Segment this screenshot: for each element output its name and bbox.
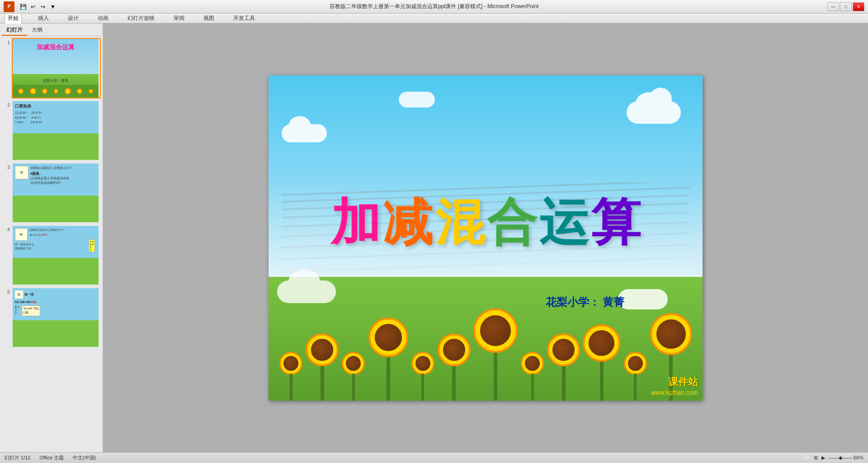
zoom-slider[interactable]: ——◆—— 66% — [829, 455, 863, 461]
list-item[interactable]: 5 练 练一练 60-38=40+62 6 022 "22+40" 可以口算 — [2, 287, 101, 348]
ribbon-tab-start[interactable]: 开始 — [5, 13, 22, 23]
thumb-image-4: 图 还剩幼儿园33只,还剩多少只? 38-42-33=47只 想一想还有什么,再… — [13, 226, 99, 285]
list-item[interactable]: 4 图 还剩幼儿园33只,还剩多少只? 38-42-33=47只 想一想还有什么… — [2, 225, 101, 285]
slides-tab[interactable]: 幻灯片 — [2, 25, 27, 36]
ribbon-tab-animation[interactable]: 动画 — [95, 14, 111, 23]
watermark-top-text: 课件站 — [651, 375, 698, 389]
thumb-image-1: 加减混合运算 花梨小学：黄菁 — [13, 39, 99, 98]
list-item[interactable]: 2 口算热身 12-416=20-6-5= 42-8+5=4+8-7= 7+91… — [2, 100, 101, 161]
ribbon-tab-dev[interactable]: 开发工具 — [231, 14, 258, 23]
cloud-1 — [627, 101, 681, 124]
ribbon-tab-review[interactable]: 审阅 — [171, 14, 187, 23]
redo-icon[interactable]: ↪ — [39, 3, 47, 11]
ribbon: 开始 插入 设计 动画 幻灯片放映 审阅 视图 开发工具 — [0, 14, 868, 23]
slide-number: 3 — [2, 164, 10, 170]
cloud-3 — [399, 92, 435, 108]
maximize-button[interactable]: □ — [840, 2, 852, 11]
slide-count-status: 幻灯片 1/12 — [5, 454, 30, 461]
title-char-2: 减 — [383, 189, 433, 257]
main-area: 幻灯片 大纲 1 加减混合运算 花梨小学：黄菁 — [0, 23, 868, 452]
sunflower-11 — [625, 353, 646, 401]
slide-number: 5 — [2, 289, 10, 295]
sunflower-decoration — [269, 280, 703, 400]
sunflower-4 — [370, 319, 406, 401]
ribbon-tab-view[interactable]: 视图 — [201, 14, 217, 23]
window-controls[interactable]: — □ ✕ — [827, 2, 864, 11]
sidebar-tab-bar: 幻灯片 大纲 — [2, 25, 101, 36]
ribbon-tab-design[interactable]: 设计 — [65, 14, 81, 23]
slideshow-view-icon[interactable]: ▶ — [821, 455, 825, 461]
thumb-image-3: 图 还剩幼儿园33只,还剩多少只? 9题集: (1)我就从图上求加减法内容 (2… — [13, 164, 99, 222]
ribbon-tab-slideshow[interactable]: 幻灯片放映 — [125, 14, 157, 23]
slide-number: 4 — [2, 227, 10, 232]
sunflower-1 — [281, 353, 301, 401]
more-icon[interactable]: ▼ — [49, 3, 57, 11]
slide-main-title: 加 减 混 合 运 算 — [269, 189, 703, 257]
title-char-1: 加 — [331, 189, 381, 257]
slide-panel: 幻灯片 大纲 1 加减混合运算 花梨小学：黄菁 — [0, 23, 103, 452]
slide-thumbnail-1[interactable]: 加减混合运算 花梨小学：黄菁 — [12, 38, 101, 98]
ppt-app-icon: P — [4, 1, 14, 12]
language-status: 中文(中国) — [73, 454, 96, 461]
sunflower-3 — [343, 353, 363, 401]
sunflower-5 — [413, 353, 433, 401]
list-item[interactable]: 1 加减混合运算 花梨小学：黄菁 — [2, 38, 101, 98]
slide-number: 1 — [2, 40, 10, 45]
slide-canvas: 加 减 混 合 运 算 花梨小学： 黄菁 — [269, 75, 703, 401]
sunflower-2 — [307, 335, 337, 401]
save-icon[interactable]: 💾 — [19, 3, 27, 11]
slide-thumbnail-3[interactable]: 图 还剩幼儿园33只,还剩多少只? 9题集: (1)我就从图上求加减法内容 (2… — [12, 163, 101, 223]
slide-editing-area[interactable]: 加 减 混 合 运 算 花梨小学： 黄菁 — [103, 23, 868, 452]
slide-thumbnail-4[interactable]: 图 还剩幼儿园33只,还剩多少只? 38-42-33=47只 想一想还有什么,再… — [12, 225, 101, 285]
title-bar: P 💾 ↩ ↪ ▼ 苏教版二年级数学上册第一单元加减混合运算ppt课件 [兼容模… — [0, 0, 868, 14]
thumb-image-5: 练 练一练 60-38=40+62 6 022 "22+40" 可以口算 — [13, 288, 99, 347]
watermark: 课件站 www.kjzhan.com — [651, 375, 698, 396]
ribbon-tab-insert[interactable]: 插入 — [35, 14, 52, 23]
slide-number: 2 — [2, 102, 10, 108]
title-char-3: 混 — [435, 189, 485, 257]
thumb-image-2: 口算热身 12-416=20-6-5= 42-8+5=4+8-7= 7+91=2… — [13, 101, 99, 160]
minimize-button[interactable]: — — [827, 2, 839, 11]
sunflower-10 — [585, 326, 618, 401]
list-item[interactable]: 3 图 还剩幼儿园33只,还剩多少只? 9题集: (1)我就从图上求加减法内容 … — [2, 163, 101, 223]
window-title: 苏教版二年级数学上册第一单元加减混合运算ppt课件 [兼容模式] - Micro… — [330, 3, 539, 10]
title-char-5: 运 — [539, 189, 589, 257]
sunflower-6 — [439, 335, 469, 401]
theme-status: Office 主题 — [39, 454, 64, 461]
undo-icon[interactable]: ↩ — [29, 3, 37, 11]
quick-access-toolbar[interactable]: P 💾 ↩ ↪ ▼ — [4, 1, 57, 12]
sunflower-8 — [522, 353, 542, 401]
sunflower-9 — [549, 335, 578, 401]
close-button[interactable]: ✕ — [853, 2, 864, 11]
sunflower-7 — [475, 310, 516, 401]
cloud-2 — [282, 124, 327, 142]
status-bar: 幻灯片 1/12 Office 主题 中文(中国) ⬜ ⊞ ▶ ——◆—— 66… — [0, 452, 868, 463]
view-controls[interactable]: ⬜ ⊞ ▶ ——◆—— 66% — [804, 455, 863, 461]
sorter-view-icon[interactable]: ⊞ — [814, 455, 818, 461]
title-char-4: 合 — [487, 189, 537, 257]
normal-view-icon[interactable]: ⬜ — [804, 455, 810, 461]
slide-thumbnail-2[interactable]: 口算热身 12-416=20-6-5= 42-8+5=4+8-7= 7+91=2… — [12, 100, 101, 161]
outline-tab[interactable]: 大纲 — [27, 25, 47, 36]
title-char-6: 算 — [591, 189, 641, 257]
watermark-bottom-text: www.kjzhan.com — [651, 389, 698, 396]
slide-thumbnail-5[interactable]: 练 练一练 60-38=40+62 6 022 "22+40" 可以口算 — [12, 287, 101, 348]
